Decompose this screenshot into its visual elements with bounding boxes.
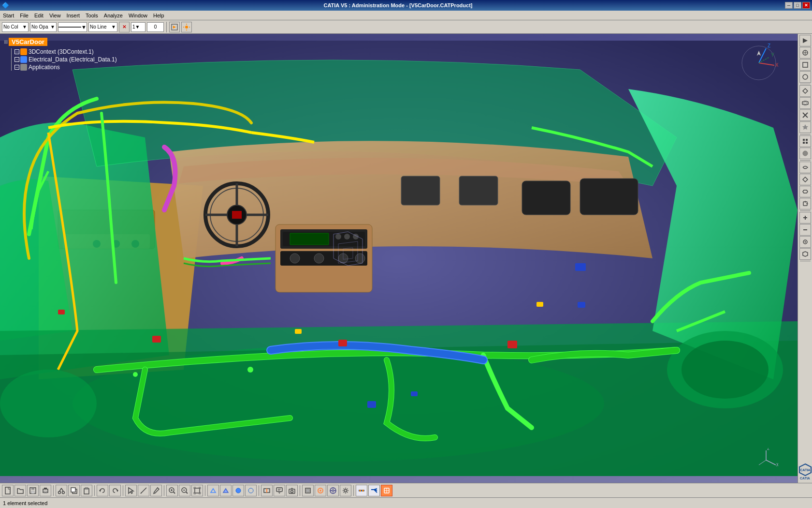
x-button[interactable]: ✕ [119,22,130,32]
color-dropdown[interactable]: No Col ▼ [2,22,29,32]
bt-camera[interactable] [286,485,298,496]
line-width-dropdown[interactable]: 1 ▼ [131,22,145,32]
bt-paste[interactable] [81,485,92,496]
minimize-button[interactable]: ─ [785,2,793,9]
svg-point-135 [362,490,364,492]
bt-harness-3[interactable] [381,485,392,496]
svg-point-129 [319,490,321,492]
bt-copy[interactable] [68,485,80,496]
menu-insert[interactable]: Insert [64,12,83,19]
rt-sep-5 [800,261,811,261]
svg-marker-104 [99,489,101,492]
svg-point-29 [290,254,300,263]
menu-view[interactable]: View [46,12,64,19]
bt-redo[interactable] [109,485,121,496]
bt-new[interactable] [2,485,14,496]
no-line-dropdown[interactable]: No Line ▼ [88,22,117,32]
number-input[interactable] [147,22,164,32]
svg-rect-89 [5,487,10,494]
rt-btn-13[interactable] [799,186,811,197]
bt-save[interactable] [27,485,39,496]
svg-rect-36 [580,179,638,215]
bt-material[interactable] [245,485,257,496]
bt-harness-2[interactable] [368,485,380,496]
rt-btn-4[interactable] [799,71,811,83]
rt-sep-2 [800,134,811,134]
menu-tools[interactable]: Tools [83,12,101,19]
opacity-dropdown[interactable]: No Opa ▼ [30,22,57,32]
bt-harness-1[interactable] [356,485,367,496]
svg-point-32 [355,254,365,263]
rt-btn-6[interactable] [799,97,811,109]
svg-line-98 [59,488,61,492]
bt-section[interactable] [261,485,273,496]
rt-btn-16[interactable] [799,224,811,236]
rt-btn-15[interactable] [799,212,811,224]
bt-undo[interactable] [97,485,108,496]
line-style-selector[interactable]: ▼ [58,22,87,32]
bt-settings[interactable] [340,485,351,496]
rt-btn-17[interactable] [799,236,811,248]
menu-window[interactable]: Window [126,12,150,19]
rt-btn-7[interactable] [799,109,811,121]
tree-expand-apps[interactable]: ─ [14,65,19,70]
restore-button[interactable]: □ [794,2,801,9]
menu-start[interactable]: Start [0,12,17,19]
sun-btn[interactable] [181,22,192,32]
bt-sep-6 [259,485,259,496]
bt-sep-7 [300,485,300,496]
bt-sep-4 [164,485,164,496]
rt-btn-12[interactable] [799,174,811,185]
svg-point-2 [185,26,188,29]
tree-electrical[interactable]: ─ Electrical_Data (Electrical_Data.1) [14,56,117,63]
bt-fit-all[interactable] [191,485,203,496]
bt-render1[interactable] [302,485,314,496]
tree-root-label[interactable]: V5CarDoor [9,38,47,46]
bottom-toolbar [0,483,812,497]
bt-measure[interactable] [138,485,149,496]
tree-expand-3d[interactable]: ─ [14,49,19,54]
menu-file[interactable]: File [17,12,31,19]
titlebar-title: CATIA V5 : Administration Mode - [V5CarD… [323,2,472,8]
bt-annotation[interactable] [274,485,285,496]
rt-btn-8[interactable] [799,121,811,133]
tree-expand-elec[interactable]: ─ [14,57,19,62]
rt-btn-11[interactable] [799,162,811,173]
rt-btn-14[interactable] [799,198,811,209]
menu-help[interactable]: Help [150,12,167,19]
rt-btn-10[interactable] [799,148,811,159]
rt-btn-2[interactable] [799,47,811,59]
svg-line-64 [759,460,766,465]
bt-solid[interactable] [232,485,244,496]
rt-btn-3[interactable] [799,59,811,71]
bt-shaded[interactable] [220,485,232,496]
tree-icon-apps [20,64,27,71]
bt-zoom-in[interactable] [166,485,178,496]
tree-3dcontext[interactable]: ─ 3DContext (3DContext.1) [14,48,117,55]
tree-apps[interactable]: ─ Applications [14,64,117,71]
opacity-chevron: ▼ [50,24,55,30]
tree-root-expand[interactable]: ⊞ V5CarDoor [4,38,117,47]
render-btn[interactable] [169,22,180,32]
bt-render2[interactable] [315,485,326,496]
bt-cut[interactable] [56,485,67,496]
bt-browser[interactable] [327,485,339,496]
bt-print[interactable] [40,485,51,496]
close-button[interactable]: ✕ [802,2,810,9]
rt-btn-5[interactable] [799,85,811,97]
bt-open[interactable] [14,485,26,496]
rt-btn-1[interactable] [799,35,811,46]
bt-zoom-out[interactable] [179,485,190,496]
rt-btn-9[interactable] [799,135,811,147]
menu-analyze[interactable]: Analyze [101,12,126,19]
bt-pen[interactable] [150,485,162,496]
rt-btn-18[interactable] [799,248,811,260]
viewport-3d[interactable]: ⊞ V5CarDoor ─ 3DContext (3DContext.1) ─ … [0,34,798,483]
svg-rect-35 [522,181,570,215]
svg-point-86 [804,241,806,243]
no-line-label: No Line [90,24,106,30]
bt-wireframe[interactable] [207,485,219,496]
bt-cursor[interactable] [125,485,137,496]
menu-edit[interactable]: Edit [31,12,46,19]
tree-icon-elec [20,56,27,63]
